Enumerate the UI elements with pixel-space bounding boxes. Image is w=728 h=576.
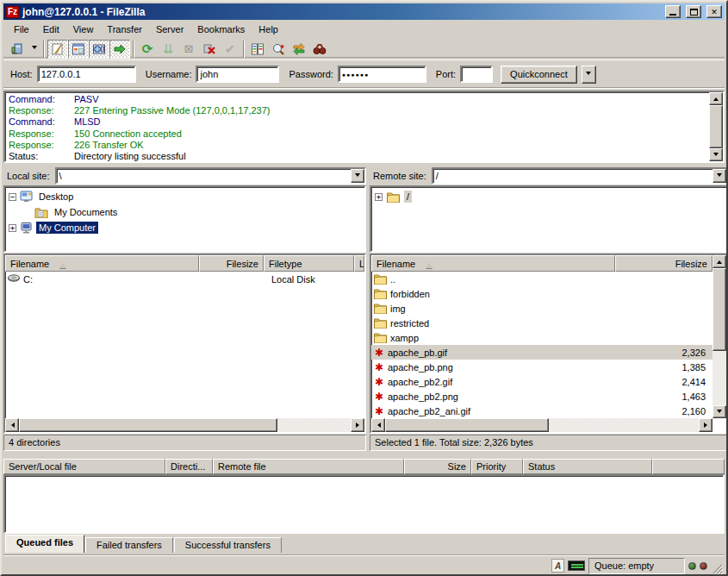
menu-item-transfer[interactable]: Transfer	[100, 22, 149, 37]
file-row[interactable]: img	[371, 301, 712, 316]
cancel-operation-button[interactable]: ⊠	[178, 40, 199, 59]
file-row[interactable]: ✱apache_pb2.gif 2,414	[371, 374, 712, 389]
toggle-remote-treeview-button[interactable]	[89, 40, 109, 59]
scroll-right-button[interactable]	[699, 418, 712, 432]
scroll-left-button[interactable]	[371, 418, 385, 432]
remote-site-bar: Remote site: /	[371, 167, 728, 185]
remote-horizontal-scrollbar[interactable]	[371, 418, 712, 432]
site-manager-button[interactable]	[7, 40, 28, 59]
expand-icon[interactable]: +	[9, 224, 16, 232]
refresh-button[interactable]: ⟳	[137, 40, 158, 59]
local-horizontal-scrollbar[interactable]	[5, 418, 364, 432]
file-name: ..	[390, 274, 395, 285]
file-row[interactable]: ..	[371, 272, 712, 286]
tree-item-my-computer[interactable]: + My Computer	[9, 220, 364, 235]
file-type: Local Disk	[268, 274, 359, 285]
sort-ascending-icon	[59, 260, 66, 268]
column-header-priority[interactable]: Priority	[471, 459, 523, 474]
chevron-down-icon	[355, 173, 360, 179]
minimize-button[interactable]	[665, 5, 681, 18]
remote-vertical-scrollbar[interactable]	[712, 255, 726, 418]
quickconnect-dropdown-button[interactable]	[582, 66, 596, 84]
queue-status-text: Queue: empty	[588, 558, 685, 574]
scroll-right-icon	[704, 423, 710, 428]
disconnect-button[interactable]	[199, 40, 220, 59]
file-row-selected[interactable]: ✱apache_pb.gif 2,326	[371, 345, 712, 360]
menu-item-edit[interactable]: Edit	[36, 22, 66, 37]
local-status-text: 4 directories	[3, 435, 366, 451]
tree-item-my-documents[interactable]: My Documents	[9, 204, 364, 220]
username-input[interactable]	[196, 66, 279, 83]
reconnect-button[interactable]: ✔	[220, 40, 240, 59]
scroll-right-button[interactable]	[351, 418, 364, 432]
title-bar[interactable]: Fz john@127.0.0.1 - FileZilla ✕	[3, 3, 725, 20]
column-header-status[interactable]: Status	[523, 459, 652, 474]
scroll-left-button[interactable]	[5, 418, 19, 432]
tab-successful-transfers[interactable]: Successful transfers	[174, 537, 282, 553]
column-header-filename[interactable]: Filename	[5, 255, 199, 272]
tab-queued-files[interactable]: Queued files	[5, 535, 84, 553]
host-input[interactable]	[37, 66, 136, 83]
toggle-transfer-queue-button[interactable]	[109, 40, 130, 59]
tab-failed-transfers[interactable]: Failed transfers	[85, 537, 173, 553]
file-row[interactable]: xampp	[371, 330, 712, 345]
menu-item-bookmarks[interactable]: Bookmarks	[190, 22, 252, 37]
menu-item-view[interactable]: View	[66, 22, 101, 37]
remote-file-list: Filename Filesize .. forbidden img restr…	[370, 254, 728, 434]
column-header-lastmodified[interactable]: L	[354, 255, 364, 272]
site-manager-dropdown-button[interactable]	[28, 40, 40, 59]
menu-item-file[interactable]: File	[7, 22, 36, 37]
process-queue-button[interactable]: ⇊	[158, 40, 178, 59]
column-header-filename[interactable]: Filename	[371, 255, 615, 272]
toggle-message-log-button[interactable]	[47, 40, 68, 59]
toggle-local-treeview-button[interactable]	[68, 40, 89, 59]
file-row[interactable]: restricted	[371, 316, 712, 330]
password-input[interactable]	[338, 66, 426, 83]
close-button[interactable]: ✕	[706, 5, 722, 18]
collapse-icon[interactable]: −	[9, 193, 16, 201]
find-files-button[interactable]	[309, 40, 330, 59]
column-header-filetype[interactable]: Filetype	[264, 255, 354, 272]
queue-tabs: Queued files Failed transfers Successful…	[5, 535, 283, 553]
file-row[interactable]: ✱apache_pb2_ani.gif 2,160	[371, 404, 712, 418]
ascii-data-type-icon[interactable]: A	[551, 559, 564, 573]
expand-icon[interactable]: +	[375, 193, 383, 201]
menu-item-help[interactable]: Help	[252, 22, 285, 37]
file-row-c-drive[interactable]: C: Local Disk	[5, 272, 364, 286]
scroll-up-button[interactable]	[709, 92, 723, 105]
menu-item-server[interactable]: Server	[149, 22, 190, 37]
column-header-filesize[interactable]: Filesize	[615, 255, 712, 272]
scroll-up-icon	[713, 95, 719, 101]
quickconnect-button[interactable]: Quickconnect	[501, 66, 577, 84]
reconnect-icon: ✔	[225, 42, 236, 55]
remote-site-combobox[interactable]: /	[432, 167, 728, 185]
log-line: Response:227 Entering Passive Mode (127,…	[9, 105, 707, 116]
file-row[interactable]: ✱apache_pb.png 1,385	[371, 360, 712, 374]
chevron-down-icon	[717, 173, 722, 179]
column-header-direction[interactable]: Directi...	[165, 459, 213, 474]
tree-item-desktop[interactable]: − Desktop	[9, 189, 364, 204]
maximize-button[interactable]	[686, 5, 701, 18]
port-input[interactable]	[460, 66, 493, 83]
column-header-remote-file[interactable]: Remote file	[213, 459, 404, 474]
column-header-server-local-file[interactable]: Server/Local file	[3, 459, 165, 474]
scroll-up-button[interactable]	[712, 255, 726, 268]
speed-limit-icon[interactable]	[568, 560, 585, 571]
synchronized-browsing-button[interactable]	[289, 40, 309, 59]
resize-grip[interactable]	[711, 562, 723, 574]
file-row[interactable]: forbidden	[371, 286, 712, 301]
file-row[interactable]: ✱apache_pb2.png 1,463	[371, 389, 712, 404]
tree-item-label: Desktop	[36, 191, 76, 203]
queue-list[interactable]	[3, 474, 725, 534]
scroll-down-button[interactable]	[709, 148, 723, 161]
column-header-filesize[interactable]: Filesize	[199, 255, 264, 272]
log-scrollbar[interactable]	[709, 92, 723, 161]
local-site-dropdown-button[interactable]	[351, 169, 364, 183]
local-site-combobox[interactable]: \	[55, 167, 366, 185]
directory-comparison-button[interactable]	[247, 40, 268, 59]
scroll-down-button[interactable]	[712, 405, 726, 418]
tree-item-root[interactable]: + /	[375, 189, 726, 204]
column-header-size[interactable]: Size	[404, 459, 471, 474]
remote-site-dropdown-button[interactable]	[712, 169, 726, 183]
filename-filter-button[interactable]	[268, 40, 289, 59]
